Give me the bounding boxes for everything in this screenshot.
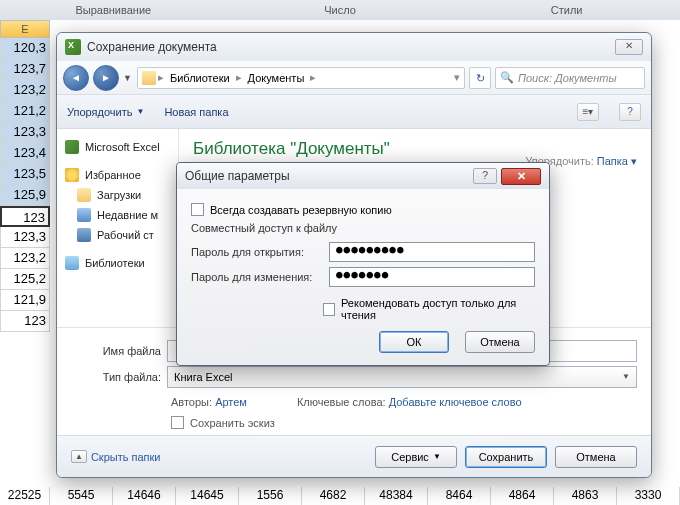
cell[interactable]: 125,9 xyxy=(0,185,50,206)
sidebar-libraries-header[interactable]: Библиотеки xyxy=(63,253,172,273)
readonly-recommend-label: Рекомендовать доступ только для чтения xyxy=(341,297,535,321)
refresh-button[interactable]: ↻ xyxy=(469,67,491,89)
sidebar-item-label: Недавние м xyxy=(97,209,158,221)
cell[interactable]: 1556 xyxy=(239,487,302,505)
sidebar: Microsoft Excel Избранное Загрузки Недав… xyxy=(57,129,179,325)
general-options-dialog: Общие параметры ? ✕ Всегда создавать рез… xyxy=(176,162,550,366)
sidebar-item-downloads[interactable]: Загрузки xyxy=(63,185,172,205)
ribbon-groups: Выравнивание Число Стили xyxy=(0,0,680,20)
save-thumbnail-checkbox[interactable]: Сохранить эскиз xyxy=(171,416,637,429)
options-title: Общие параметры xyxy=(185,169,473,183)
ribbon-group: Стили xyxy=(453,4,680,16)
options-titlebar[interactable]: Общие параметры ? ✕ xyxy=(177,163,549,189)
cell[interactable]: 123,3 xyxy=(0,122,50,143)
recent-icon xyxy=(77,208,91,222)
organize-button[interactable]: Упорядочить ▼ xyxy=(67,106,144,118)
dialog-footer: Скрыть папки Сервис ▼ Сохранить Отмена xyxy=(57,435,651,477)
sidebar-item-desktop[interactable]: Рабочий ст xyxy=(63,225,172,245)
cancel-button[interactable]: Отмена xyxy=(465,331,535,353)
filetype-label: Тип файла: xyxy=(71,371,167,383)
ok-button[interactable]: ОК xyxy=(379,331,449,353)
keywords-value[interactable]: Добавьте ключевое слово xyxy=(389,396,522,408)
cell[interactable]: 3330 xyxy=(617,487,680,505)
checkbox-icon xyxy=(191,203,204,216)
help-button[interactable]: ? xyxy=(473,168,497,184)
cell[interactable]: 121,2 xyxy=(0,101,50,122)
filename-label: Имя файла xyxy=(71,345,167,357)
save-thumbnail-label: Сохранить эскиз xyxy=(190,417,275,429)
password-modify-label: Пароль для изменения: xyxy=(191,271,329,283)
cell[interactable]: 121,9 xyxy=(0,290,50,311)
organize-label: Упорядочить xyxy=(67,106,132,118)
cell[interactable]: 5545 xyxy=(50,487,113,505)
cell[interactable]: 123,2 xyxy=(0,248,50,269)
cell[interactable]: 123,7 xyxy=(0,59,50,80)
checkbox-icon xyxy=(323,303,335,316)
cell[interactable]: 8464 xyxy=(428,487,491,505)
sidebar-brand[interactable]: Microsoft Excel xyxy=(63,137,172,157)
search-icon: 🔍 xyxy=(500,71,514,84)
sidebar-favorites-header[interactable]: Избранное xyxy=(63,165,172,185)
chevron-right-icon[interactable]: ▸ xyxy=(310,71,316,84)
nav-forward-button[interactable] xyxy=(93,65,119,91)
nav-bar: ▼ ▸ Библиотеки ▸ Документы ▸ ▾ ↻ 🔍 Поиск… xyxy=(57,61,651,95)
cell[interactable]: 120,3 xyxy=(0,38,50,59)
readonly-recommend-checkbox[interactable]: Рекомендовать доступ только для чтения xyxy=(323,297,535,321)
nav-back-button[interactable] xyxy=(63,65,89,91)
sidebar-item-recent[interactable]: Недавние м xyxy=(63,205,172,225)
cell[interactable]: 4682 xyxy=(302,487,365,505)
cell[interactable]: 123 xyxy=(0,311,50,332)
cell[interactable]: 4864 xyxy=(491,487,554,505)
ribbon-group: Выравнивание xyxy=(0,4,227,16)
col-header-e[interactable]: E xyxy=(0,20,50,38)
new-folder-label: Новая папка xyxy=(164,106,228,118)
cell[interactable]: 123,2 xyxy=(0,80,50,101)
cell[interactable]: 14645 xyxy=(176,487,239,505)
toolbar: Упорядочить ▼ Новая папка ≡▾ ? xyxy=(57,95,651,129)
save-button[interactable]: Сохранить xyxy=(465,446,547,468)
chevron-down-icon[interactable]: ▾ xyxy=(454,71,460,84)
nav-history-dropdown[interactable]: ▼ xyxy=(123,73,133,83)
cell[interactable]: 123,4 xyxy=(0,143,50,164)
password-modify-input[interactable]: ●●●●●●● xyxy=(329,267,535,287)
cancel-button[interactable]: Отмена xyxy=(555,446,637,468)
cell-active[interactable]: 123 xyxy=(0,206,50,227)
search-placeholder: Поиск: Документы xyxy=(518,72,617,84)
cell[interactable]: 125,2 xyxy=(0,269,50,290)
chevron-right-icon[interactable]: ▸ xyxy=(236,71,242,84)
libraries-icon xyxy=(65,256,79,270)
search-input[interactable]: 🔍 Поиск: Документы xyxy=(495,67,645,89)
crumb-documents[interactable]: Документы xyxy=(244,72,309,84)
close-button[interactable]: ✕ xyxy=(501,168,541,185)
authors-value[interactable]: Артем xyxy=(215,396,247,408)
cell[interactable]: 48384 xyxy=(365,487,428,505)
cell[interactable]: 14646 xyxy=(113,487,176,505)
close-button[interactable]: ✕ xyxy=(615,39,643,55)
crumb-libraries[interactable]: Библиотеки xyxy=(166,72,234,84)
save-dialog-title: Сохранение документа xyxy=(87,40,615,54)
sort-value-link[interactable]: Папка ▾ xyxy=(597,155,637,167)
breadcrumb[interactable]: ▸ Библиотеки ▸ Документы ▸ ▾ xyxy=(137,67,465,89)
checkbox-icon xyxy=(171,416,184,429)
ribbon-group: Число xyxy=(227,4,454,16)
save-dialog-titlebar[interactable]: Сохранение документа ✕ xyxy=(57,33,651,61)
cell[interactable]: 22525 xyxy=(0,487,50,505)
view-button[interactable]: ≡▾ xyxy=(577,103,599,121)
keywords-field: Ключевые слова: Добавьте ключевое слово xyxy=(297,396,522,408)
options-body: Всегда создавать резервную копию Совмест… xyxy=(177,189,549,365)
always-backup-checkbox[interactable]: Всегда создавать резервную копию xyxy=(191,203,535,216)
password-open-input[interactable]: ●●●●●●●●● xyxy=(329,242,535,262)
cell[interactable]: 123,5 xyxy=(0,164,50,185)
sidebar-item-label: Рабочий ст xyxy=(97,229,154,241)
chevron-right-icon[interactable]: ▸ xyxy=(158,71,164,84)
new-folder-button[interactable]: Новая папка xyxy=(164,106,228,118)
chevron-down-icon: ▼ xyxy=(433,452,441,461)
hide-folders-link[interactable]: Скрыть папки xyxy=(71,450,161,463)
sidebar-brand-label: Microsoft Excel xyxy=(85,141,160,153)
tools-button[interactable]: Сервис ▼ xyxy=(375,446,457,468)
cell[interactable]: 123,3 xyxy=(0,227,50,248)
filetype-combo[interactable]: Книга Excel ▼ xyxy=(167,366,637,388)
cell[interactable]: 4863 xyxy=(554,487,617,505)
help-button[interactable]: ? xyxy=(619,103,641,121)
sidebar-favorites-label: Избранное xyxy=(85,169,141,181)
